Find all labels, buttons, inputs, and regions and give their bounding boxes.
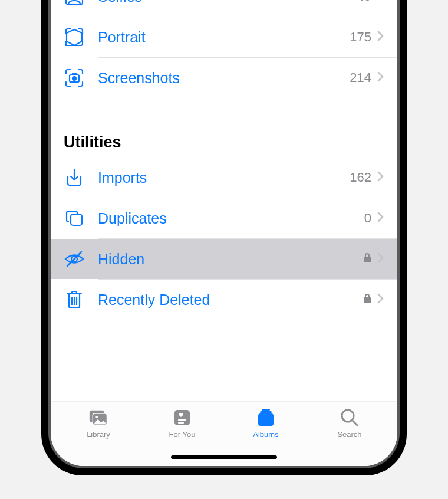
album-label: Recently Deleted bbox=[98, 291, 363, 308]
lock-icon bbox=[363, 252, 371, 265]
phone-inner-frame: Selfies 49 Port bbox=[48, 0, 400, 468]
lock-icon bbox=[363, 293, 371, 306]
svg-point-13 bbox=[95, 416, 98, 418]
tab-label: Albums bbox=[253, 430, 278, 439]
chevron-right-icon bbox=[377, 293, 384, 306]
chevron-right-icon bbox=[377, 0, 384, 3]
album-duplicates[interactable]: Duplicates 0 bbox=[51, 198, 397, 238]
svg-rect-16 bbox=[178, 422, 184, 424]
album-label: Duplicates bbox=[98, 210, 364, 227]
hidden-icon bbox=[64, 248, 85, 270]
album-count: 175 bbox=[350, 29, 371, 45]
chevron-right-icon bbox=[377, 71, 384, 84]
svg-line-21 bbox=[353, 421, 357, 425]
selfies-icon bbox=[64, 0, 85, 7]
album-recently-deleted[interactable]: Recently Deleted bbox=[51, 280, 397, 320]
album-hidden[interactable]: Hidden bbox=[51, 239, 397, 279]
tab-albums[interactable]: Albums bbox=[233, 408, 298, 439]
album-label: Portrait bbox=[98, 29, 350, 46]
trash-icon bbox=[64, 289, 85, 310]
tab-label: For You bbox=[169, 430, 196, 439]
chevron-right-icon bbox=[377, 252, 384, 265]
album-label: Hidden bbox=[98, 251, 363, 268]
chevron-right-icon bbox=[377, 171, 384, 184]
svg-rect-19 bbox=[258, 413, 274, 426]
album-imports[interactable]: Imports 162 bbox=[51, 157, 397, 198]
for-you-icon bbox=[172, 408, 193, 428]
phone-frame: Selfies 49 Port bbox=[41, 0, 407, 475]
imports-icon bbox=[64, 167, 85, 188]
albums-list: Selfies 49 Port bbox=[51, 0, 397, 401]
svg-point-3 bbox=[73, 77, 76, 80]
tab-library[interactable]: Library bbox=[66, 408, 131, 439]
svg-line-6 bbox=[67, 252, 81, 266]
svg-rect-17 bbox=[262, 409, 270, 411]
album-label: Screenshots bbox=[98, 70, 350, 87]
album-selfies[interactable]: Selfies 49 bbox=[51, 0, 397, 17]
library-icon bbox=[88, 408, 109, 428]
screen: Selfies 49 Port bbox=[51, 0, 397, 466]
svg-rect-15 bbox=[178, 419, 186, 421]
tab-search[interactable]: Search bbox=[317, 408, 382, 439]
album-count: 49 bbox=[357, 0, 371, 4]
portrait-icon bbox=[64, 27, 85, 48]
albums-icon bbox=[255, 408, 276, 428]
chevron-right-icon bbox=[377, 31, 384, 44]
home-indicator[interactable] bbox=[171, 455, 277, 459]
tab-label: Library bbox=[87, 430, 110, 439]
tab-label: Search bbox=[337, 430, 361, 439]
svg-rect-4 bbox=[71, 214, 82, 225]
album-count: 162 bbox=[350, 170, 371, 185]
tab-for-you[interactable]: For You bbox=[150, 408, 215, 439]
album-count: 214 bbox=[350, 70, 371, 86]
album-label: Imports bbox=[98, 169, 350, 186]
screenshots-icon bbox=[64, 67, 85, 88]
search-icon bbox=[339, 408, 360, 428]
album-portrait[interactable]: Portrait 175 bbox=[51, 17, 397, 57]
duplicates-icon bbox=[64, 208, 85, 229]
chevron-right-icon bbox=[377, 212, 384, 225]
svg-rect-18 bbox=[260, 411, 272, 413]
album-screenshots[interactable]: Screenshots 214 bbox=[51, 58, 397, 98]
album-label: Selfies bbox=[98, 0, 357, 5]
album-count: 0 bbox=[364, 211, 371, 226]
utilities-header: Utilities bbox=[51, 98, 397, 157]
